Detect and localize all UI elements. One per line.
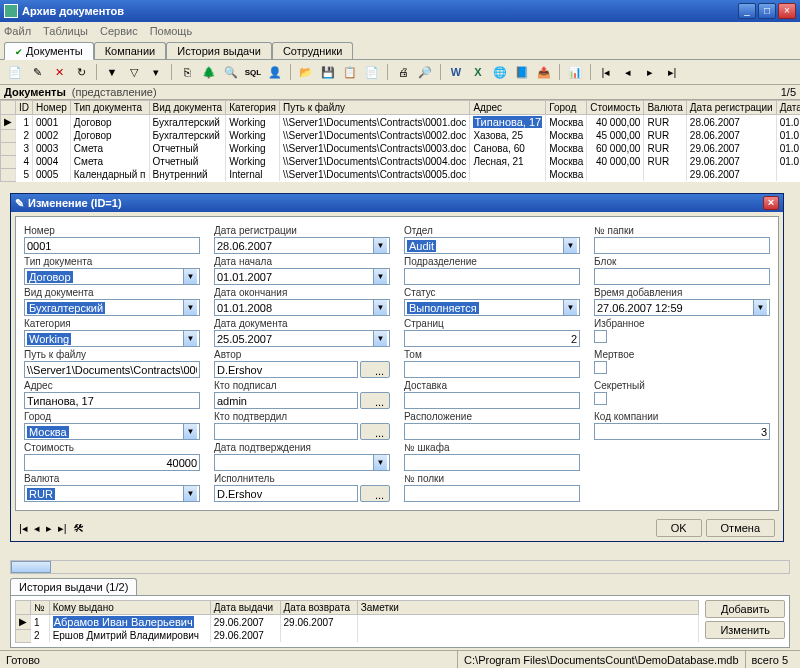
save-icon[interactable]: 💾: [319, 63, 337, 81]
reg-select[interactable]: 28.06.2007▼: [214, 237, 390, 254]
next-icon[interactable]: ▸: [641, 63, 659, 81]
cat-select[interactable]: Working▼: [24, 330, 200, 347]
col-header[interactable]: Путь к файлу: [279, 101, 469, 115]
col-header[interactable]: Дата начала: [776, 101, 800, 115]
edit-button[interactable]: Изменить: [705, 621, 785, 639]
hscrollbar[interactable]: [10, 560, 790, 574]
cancel-button[interactable]: Отмена: [706, 519, 775, 537]
history-grid[interactable]: №Кому выданоДата выдачиДата возвратаЗаме…: [15, 600, 699, 643]
menu-help[interactable]: Помощь: [150, 25, 193, 37]
table-row[interactable]: ▶10001ДоговорБухгалтерскийWorking\\Serve…: [1, 115, 801, 130]
dropdown-icon[interactable]: ▼: [183, 300, 197, 315]
table-row[interactable]: 30003СметаОтчетныйWorking\\Server1\Docum…: [1, 142, 801, 155]
export-icon[interactable]: 📤: [535, 63, 553, 81]
edit-icon[interactable]: ✎: [28, 63, 46, 81]
dropdown-icon[interactable]: ▼: [183, 486, 197, 501]
city-select[interactable]: Москва▼: [24, 423, 200, 440]
hist-col[interactable]: Дата возврата: [280, 601, 357, 615]
added-select[interactable]: 27.06.2007 12:59▼: [594, 299, 770, 316]
open-icon[interactable]: 📂: [297, 63, 315, 81]
add-button[interactable]: Добавить: [705, 600, 785, 618]
polka-input[interactable]: [404, 485, 580, 502]
addr-input[interactable]: [24, 392, 200, 409]
cost-input[interactable]: [24, 454, 200, 471]
print-icon[interactable]: 🖨: [394, 63, 412, 81]
sql-icon[interactable]: SQL: [244, 63, 262, 81]
kind-select[interactable]: Бухгалтерский▼: [24, 299, 200, 316]
delivery-input[interactable]: [404, 392, 580, 409]
dropdown-icon[interactable]: ▼: [183, 331, 197, 346]
col-header[interactable]: Адрес: [470, 101, 546, 115]
author-browse-button[interactable]: ...: [360, 361, 390, 378]
col-header[interactable]: Номер: [33, 101, 71, 115]
pages-input[interactable]: [404, 330, 580, 347]
exec-input[interactable]: [214, 485, 358, 502]
nav-tools-icon[interactable]: 🛠: [73, 522, 84, 534]
hist-col[interactable]: Кому выдано: [49, 601, 210, 615]
paste-icon[interactable]: 📄: [363, 63, 381, 81]
filter2-icon[interactable]: ▽: [125, 63, 143, 81]
hist-col[interactable]: Дата выдачи: [210, 601, 280, 615]
user-icon[interactable]: 👤: [266, 63, 284, 81]
dialog-close-icon[interactable]: ×: [763, 196, 779, 210]
col-header[interactable]: Тип документа: [70, 101, 149, 115]
col-header[interactable]: Категория: [226, 101, 280, 115]
preview-icon[interactable]: 🔎: [416, 63, 434, 81]
history-row[interactable]: 2Ершов Дмитрий Владимирович29.06.2007: [16, 629, 699, 642]
excel-icon[interactable]: X: [469, 63, 487, 81]
secret-checkbox[interactable]: [594, 392, 607, 405]
signed-input[interactable]: [214, 392, 358, 409]
nav-next-icon[interactable]: ▸: [46, 522, 52, 535]
dropdown-icon[interactable]: ▼: [373, 455, 387, 470]
delete-icon[interactable]: ✕: [50, 63, 68, 81]
tab-documents[interactable]: Документы: [4, 42, 94, 60]
documents-grid[interactable]: IDНомерТип документаВид документаКатегор…: [0, 100, 800, 182]
menu-tables[interactable]: Таблицы: [43, 25, 88, 37]
dropdown-icon[interactable]: ▼: [373, 331, 387, 346]
col-header[interactable]: Дата регистрации: [686, 101, 776, 115]
col-header[interactable]: Валюта: [644, 101, 686, 115]
shelf-input[interactable]: [404, 454, 580, 471]
first-icon[interactable]: |◂: [597, 63, 615, 81]
dropdown-icon[interactable]: ▼: [183, 424, 197, 439]
dropdown-icon[interactable]: ▼: [563, 238, 577, 253]
nav-first-icon[interactable]: |◂: [19, 522, 28, 535]
history-tab[interactable]: История выдачи (1/2): [10, 578, 137, 595]
copy-icon[interactable]: ⎘: [178, 63, 196, 81]
block-input[interactable]: [594, 268, 770, 285]
docdate-select[interactable]: 25.05.2007▼: [214, 330, 390, 347]
dropdown-icon[interactable]: ▼: [183, 269, 197, 284]
col-header[interactable]: Вид документа: [149, 101, 226, 115]
nav-prev-icon[interactable]: ◂: [34, 522, 40, 535]
dropdown-icon[interactable]: ▼: [753, 300, 767, 315]
minimize-button[interactable]: _: [738, 3, 756, 19]
table-row[interactable]: 40004СметаОтчетныйWorking\\Server1\Docum…: [1, 155, 801, 168]
col-header[interactable]: ID: [16, 101, 33, 115]
nav-last-icon[interactable]: ▸|: [58, 522, 67, 535]
menu-file[interactable]: Файл: [4, 25, 31, 37]
status-select[interactable]: Выполняется▼: [404, 299, 580, 316]
maximize-button[interactable]: □: [758, 3, 776, 19]
num-input[interactable]: [24, 237, 200, 254]
dropdown-icon[interactable]: ▼: [373, 300, 387, 315]
refresh-icon[interactable]: ↻: [72, 63, 90, 81]
close-button[interactable]: ×: [778, 3, 796, 19]
cur-select[interactable]: RUR▼: [24, 485, 200, 502]
ok-button[interactable]: OK: [656, 519, 702, 537]
dropdown-icon[interactable]: ▼: [563, 300, 577, 315]
filter3-icon[interactable]: ▾: [147, 63, 165, 81]
menu-service[interactable]: Сервис: [100, 25, 138, 37]
table-row[interactable]: 20002ДоговорБухгалтерскийWorking\\Server…: [1, 129, 801, 142]
tab-companies[interactable]: Компании: [94, 42, 167, 59]
chart-icon[interactable]: 📊: [566, 63, 584, 81]
hist-col[interactable]: №: [31, 601, 50, 615]
tab-employees[interactable]: Сотрудники: [272, 42, 354, 59]
location-input[interactable]: [404, 423, 580, 440]
dept-select[interactable]: Audit▼: [404, 237, 580, 254]
table-row[interactable]: 50005Календарный пВнутреннийInternal\\Se…: [1, 168, 801, 181]
word-icon[interactable]: W: [447, 63, 465, 81]
fav-checkbox[interactable]: [594, 330, 607, 343]
tree-icon[interactable]: 🌲: [200, 63, 218, 81]
xml-icon[interactable]: 📘: [513, 63, 531, 81]
prev-icon[interactable]: ◂: [619, 63, 637, 81]
